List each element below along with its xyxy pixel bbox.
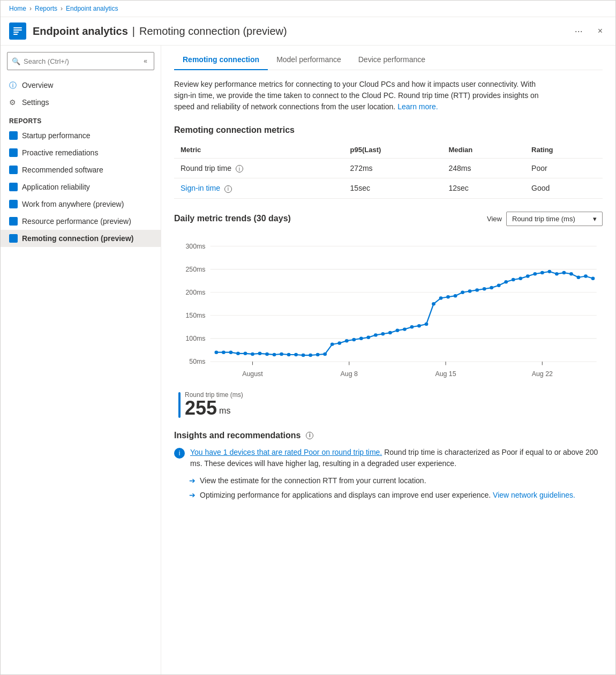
svg-text:150ms: 150ms	[185, 312, 205, 319]
insight-item: i You have 1 devices that are rated Poor…	[174, 447, 603, 469]
sidebar-item-work-from-anywhere[interactable]: Work from anywhere (preview)	[1, 196, 161, 213]
insight-link-poor-devices[interactable]: You have 1 devices that are rated Poor o…	[190, 448, 382, 456]
app-title: Endpoint analytics	[33, 25, 128, 38]
sidebar: 🔍 « ⓘ Overview ⚙ Settings Reports Startu…	[1, 46, 161, 674]
svg-point-53	[425, 322, 429, 325]
sidebar-item-recommended-software[interactable]: Recommended software	[1, 161, 161, 178]
settings-icon: ⚙	[9, 98, 18, 107]
page-title: Remoting connection (preview)	[139, 25, 287, 38]
search-input[interactable]	[24, 57, 141, 65]
learn-more-link[interactable]: Learn more.	[397, 102, 438, 111]
svg-text:100ms: 100ms	[185, 335, 205, 342]
more-options-button[interactable]: ···	[570, 24, 587, 39]
sidebar-item-proactive-remediations[interactable]: Proactive remediations	[1, 144, 161, 161]
svg-point-27	[236, 351, 240, 355]
metric-signin-p95: 15sec	[344, 178, 442, 198]
sidebar-item-startup-performance[interactable]: Startup performance	[1, 127, 161, 144]
svg-point-75	[584, 274, 588, 278]
view-network-guidelines-link[interactable]: View network guidelines.	[493, 491, 575, 499]
svg-point-55	[439, 296, 443, 299]
insight-link-text-rtt: View the estimate for the connection RTT…	[200, 476, 426, 486]
main-content: Remoting connection Model performance De…	[161, 46, 615, 674]
sidebar-item-overview-label: Overview	[22, 81, 53, 89]
svg-point-52	[417, 324, 421, 327]
svg-point-49	[396, 328, 400, 332]
sidebar-item-resource-label: Resource performance (preview)	[22, 217, 131, 226]
metrics-section: Remoting connection metrics Metric p95(L…	[174, 125, 603, 199]
svg-point-40	[330, 342, 334, 346]
svg-point-44	[359, 336, 363, 340]
svg-point-37	[309, 353, 312, 356]
breadcrumb-reports[interactable]: Reports	[35, 5, 57, 12]
svg-point-74	[577, 275, 581, 279]
view-label: View	[487, 215, 502, 223]
tab-remoting-connection[interactable]: Remoting connection	[174, 50, 268, 70]
search-box[interactable]: 🔍 «	[7, 52, 154, 70]
sidebar-item-recommended-label: Recommended software	[22, 166, 103, 174]
svg-point-61	[483, 287, 486, 290]
table-row: Sign-in time i 15sec 12sec Good	[174, 178, 603, 198]
svg-point-51	[410, 325, 414, 328]
tab-model-performance[interactable]: Model performance	[268, 50, 350, 70]
col-median: Median	[442, 141, 525, 159]
info-icon-signin[interactable]: i	[224, 185, 232, 193]
col-metric: Metric	[174, 141, 344, 159]
svg-point-26	[229, 350, 233, 354]
sidebar-item-resource-performance[interactable]: Resource performance (preview)	[1, 213, 161, 230]
svg-point-43	[352, 338, 356, 341]
svg-point-73	[569, 272, 573, 275]
svg-point-69	[540, 271, 544, 274]
view-selector: View Round trip time (ms) ▾	[487, 212, 603, 226]
search-icon: 🔍	[12, 57, 20, 65]
insights-title: Insights and recommendations i	[174, 431, 603, 440]
svg-point-67	[526, 274, 530, 278]
svg-point-46	[374, 333, 378, 336]
metric-rtt-median: 248ms	[442, 159, 525, 178]
svg-rect-1	[13, 29, 22, 31]
metric-rtt-rating: Poor	[525, 159, 603, 178]
insight-link-text-optimize: Optimizing performance for applications …	[200, 490, 575, 501]
reports-section-label: Reports	[1, 111, 161, 127]
svg-point-57	[454, 294, 457, 297]
svg-text:Aug 22: Aug 22	[532, 370, 553, 378]
metric-rtt: Round trip time i	[174, 159, 344, 178]
sidebar-item-remoting-connection[interactable]: Remoting connection (preview)	[1, 230, 161, 247]
svg-point-29	[251, 352, 254, 355]
page-header: Endpoint analytics | Remoting connection…	[1, 17, 615, 46]
svg-text:August: August	[242, 370, 263, 378]
metrics-section-title: Remoting connection metrics	[174, 125, 603, 135]
svg-point-63	[497, 283, 501, 287]
tab-device-performance[interactable]: Device performance	[350, 50, 434, 70]
insight-link-item-rtt: ➔ View the estimate for the connection R…	[189, 476, 603, 486]
breadcrumb-endpoint[interactable]: Endpoint analytics	[66, 5, 118, 12]
sidebar-item-application-reliability[interactable]: Application reliability	[1, 178, 161, 196]
sidebar-item-settings[interactable]: ⚙ Settings	[1, 94, 161, 111]
info-icon-rtt[interactable]: i	[236, 165, 243, 172]
sidebar-item-remoting-label: Remoting connection (preview)	[22, 234, 133, 243]
svg-point-54	[432, 302, 435, 305]
svg-rect-2	[13, 32, 19, 33]
svg-point-47	[381, 332, 385, 335]
description-text: Review key performance metrics for conne…	[174, 79, 549, 112]
close-button[interactable]: ×	[594, 24, 607, 38]
sidebar-item-overview[interactable]: ⓘ Overview	[1, 77, 161, 94]
tab-bar: Remoting connection Model performance De…	[174, 46, 603, 70]
insights-info-icon[interactable]: i	[306, 432, 313, 439]
view-dropdown[interactable]: Round trip time (ms) ▾	[506, 212, 603, 226]
svg-point-32	[273, 352, 276, 356]
svg-point-48	[388, 331, 392, 334]
metric-signin-rating: Good	[525, 178, 603, 198]
chart-section: Daily metric trends (30 days) View Round…	[174, 212, 603, 501]
svg-point-72	[562, 271, 566, 274]
svg-point-24	[214, 350, 218, 354]
svg-point-41	[337, 341, 341, 344]
signin-time-link[interactable]: Sign-in time	[181, 184, 220, 192]
svg-point-25	[222, 350, 226, 354]
svg-point-76	[591, 276, 595, 280]
chevron-down-icon: ▾	[593, 215, 597, 223]
sidebar-item-settings-label: Settings	[22, 98, 49, 107]
svg-point-58	[461, 290, 464, 294]
svg-point-31	[265, 352, 269, 355]
breadcrumb-home[interactable]: Home	[9, 5, 26, 12]
collapse-sidebar-button[interactable]: «	[141, 55, 149, 67]
